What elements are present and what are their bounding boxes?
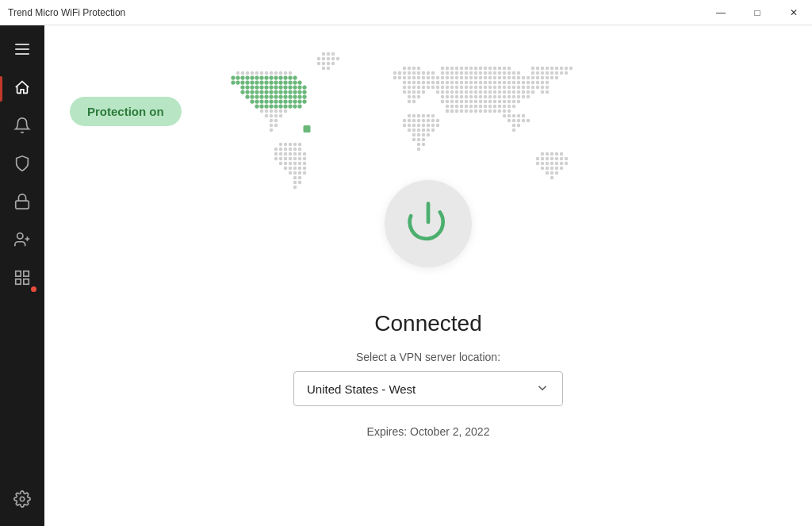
app-title: Trend Micro WiFi Protection: [8, 7, 125, 18]
svg-point-327: [522, 81, 526, 85]
svg-point-592: [274, 94, 278, 98]
svg-point-253: [417, 138, 421, 142]
svg-point-323: [503, 81, 507, 85]
svg-point-505: [541, 67, 545, 71]
svg-point-200: [427, 81, 431, 85]
sidebar-item-add-user[interactable]: [0, 222, 44, 260]
svg-point-342: [488, 86, 492, 90]
hamburger-menu[interactable]: [0, 32, 44, 67]
sidebar-item-notifications[interactable]: [0, 108, 44, 146]
svg-point-316: [469, 81, 473, 85]
svg-point-549: [259, 80, 263, 84]
svg-point-167: [298, 171, 302, 175]
svg-point-292: [450, 76, 454, 80]
svg-point-580: [278, 90, 282, 94]
world-map: [44, 25, 812, 311]
svg-point-140: [274, 152, 278, 156]
svg-point-545: [240, 80, 244, 84]
svg-point-144: [293, 152, 297, 156]
svg-point-279: [469, 71, 473, 75]
sidebar-item-protection[interactable]: [0, 146, 44, 184]
svg-point-209: [431, 86, 435, 90]
svg-point-122: [274, 114, 278, 118]
svg-point-433: [484, 109, 488, 113]
svg-point-422: [503, 105, 507, 109]
svg-point-232: [431, 119, 435, 123]
svg-point-268: [488, 67, 492, 71]
vpn-server-select[interactable]: United States - West: [293, 371, 563, 406]
svg-point-546: [245, 80, 249, 84]
svg-point-615: [274, 104, 278, 108]
svg-point-519: [565, 71, 569, 75]
app-body: Protection on: [0, 25, 812, 526]
svg-point-575: [255, 90, 259, 94]
svg-point-419: [488, 105, 492, 109]
sidebar-item-home[interactable]: [0, 70, 44, 108]
svg-point-481: [327, 52, 331, 56]
svg-point-219: [412, 100, 416, 104]
power-button[interactable]: [385, 180, 472, 267]
svg-point-365: [493, 90, 497, 94]
svg-point-21: [289, 71, 293, 75]
svg-point-220: [408, 114, 412, 118]
svg-point-216: [412, 95, 416, 99]
svg-point-420: [493, 105, 497, 109]
svg-point-530: [236, 75, 239, 79]
svg-point-166: [293, 171, 297, 175]
svg-point-254: [422, 138, 426, 142]
svg-point-557: [297, 80, 301, 84]
svg-point-224: [427, 114, 431, 118]
svg-point-605: [278, 99, 282, 103]
svg-point-381: [474, 95, 478, 99]
svg-point-304: [508, 76, 511, 80]
svg-point-399: [469, 100, 473, 104]
svg-point-407: [508, 100, 511, 104]
svg-point-527: [398, 71, 402, 75]
svg-point-516: [550, 71, 554, 75]
svg-point-618: [288, 104, 292, 108]
minimize-button[interactable]: —: [703, 0, 739, 25]
svg-point-469: [560, 162, 564, 166]
svg-point-565: [274, 85, 278, 89]
sidebar-item-apps[interactable]: [0, 260, 44, 298]
svg-point-308: [527, 76, 530, 80]
svg-point-289: [517, 71, 521, 75]
svg-point-130: [284, 143, 288, 147]
svg-point-351: [531, 86, 535, 90]
vpn-server-label: Select a VPN server location:: [356, 351, 500, 363]
svg-point-619: [293, 104, 297, 108]
svg-point-282: [484, 71, 488, 75]
svg-point-604: [274, 99, 278, 103]
close-button[interactable]: ✕: [776, 0, 812, 25]
svg-point-203: [403, 86, 407, 90]
svg-point-154: [279, 162, 283, 166]
svg-point-462: [560, 157, 564, 161]
sidebar-item-lock[interactable]: [0, 184, 44, 222]
svg-point-395: [450, 100, 454, 104]
svg-point-588: [255, 94, 259, 98]
svg-point-143: [289, 152, 293, 156]
svg-point-314: [460, 81, 464, 85]
svg-point-434: [488, 109, 492, 113]
maximize-button[interactable]: □: [739, 0, 776, 25]
svg-point-566: [278, 85, 282, 89]
bell-icon: [13, 117, 31, 137]
svg-point-251: [427, 133, 431, 137]
svg-point-384: [488, 95, 492, 99]
svg-point-520: [531, 76, 535, 80]
svg-point-405: [498, 100, 502, 104]
svg-point-602: [264, 99, 268, 103]
svg-point-133: [298, 143, 302, 147]
svg-point-275: [450, 71, 454, 75]
svg-point-123: [279, 114, 283, 118]
sidebar-item-settings[interactable]: [0, 482, 44, 520]
svg-point-595: [288, 94, 292, 98]
svg-point-257: [417, 148, 421, 152]
svg-point-121: [270, 114, 274, 118]
svg-point-496: [541, 86, 545, 90]
svg-point-157: [293, 162, 297, 166]
svg-point-589: [259, 94, 263, 98]
svg-point-295: [465, 76, 469, 80]
svg-point-503: [531, 67, 535, 71]
svg-point-350: [527, 86, 530, 90]
